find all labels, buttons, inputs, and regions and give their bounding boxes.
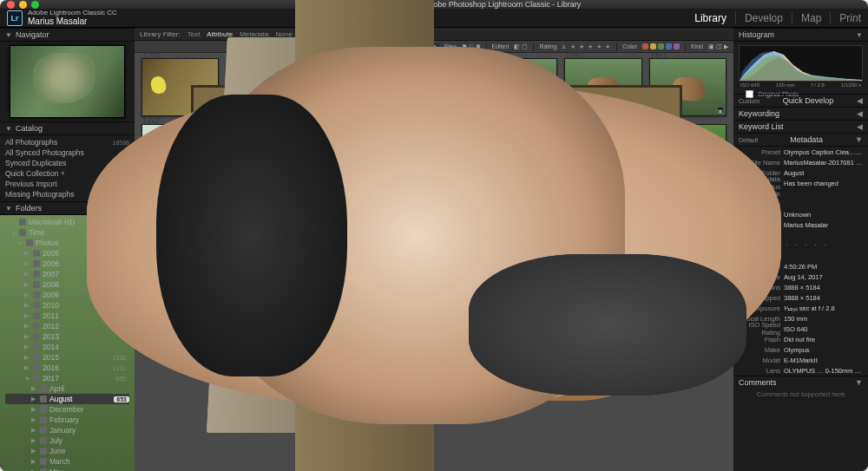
hist-sh: 1/1250 s xyxy=(841,82,861,88)
navigator-preview[interactable] xyxy=(0,42,135,121)
library-filter-label: Library Filter: xyxy=(140,30,181,38)
hist-iso: ISO 640 xyxy=(740,82,760,88)
metadata-row[interactable]: ModelE-M1MarkII xyxy=(733,355,868,365)
unedited-icon[interactable]: ▢ xyxy=(522,43,528,50)
catalog-item[interactable]: All Synced Photographs xyxy=(5,147,129,158)
module-library[interactable]: Library xyxy=(694,12,736,24)
disclosure-icon: ▼ xyxy=(5,31,12,39)
histogram-title: Histogram xyxy=(739,30,774,39)
filter-tab-text[interactable]: Text xyxy=(187,30,201,38)
zoom-icon[interactable] xyxy=(31,1,39,9)
histogram: ISO 640 150 mm f / 2.8 1/1250 s Original… xyxy=(733,42,868,94)
folder-row[interactable]: ▶20161113 xyxy=(5,363,129,373)
metadata-row[interactable]: MakeOlympus xyxy=(733,344,868,355)
rating-stars[interactable]: ★ ★ ★ ★ ★ xyxy=(570,43,611,50)
hist-fl: 150 mm xyxy=(776,82,795,88)
disclosure-icon: ▼ xyxy=(5,125,12,133)
hist-ap: f / 2.8 xyxy=(812,82,825,88)
close-icon[interactable] xyxy=(7,1,15,9)
color-green[interactable] xyxy=(658,43,664,49)
rating-op[interactable]: ≥ xyxy=(562,43,566,49)
navigator-header[interactable]: ▼ Navigator xyxy=(0,28,135,42)
module-picker: LibraryDevelopMapPrint xyxy=(694,12,861,24)
kind-master-icon[interactable]: ▣ xyxy=(708,43,714,50)
catalog-header[interactable]: ▼ Catalog xyxy=(0,121,135,135)
disclosure-icon: ▼ xyxy=(856,31,863,39)
catalog-title: Catalog xyxy=(16,124,43,133)
metadata-row[interactable]: FlashDid not fire xyxy=(733,334,868,344)
metadata-row[interactable]: ISO Speed RatingISO 640 xyxy=(733,324,868,334)
folder-row[interactable]: ▶December xyxy=(5,404,129,415)
histogram-header[interactable]: Histogram ▼ xyxy=(733,28,868,42)
kind-label: Kind xyxy=(691,43,703,49)
folder-row[interactable]: ▶August653 xyxy=(5,394,129,404)
folder-row[interactable]: ▶2013 xyxy=(5,331,129,342)
user-name: Marius Masalar xyxy=(28,16,117,26)
histogram-graph[interactable] xyxy=(739,45,863,82)
mac-titlebar: Lightroom-Classic.lrcat – Adobe Photosho… xyxy=(0,0,868,9)
edited-label: Edited xyxy=(492,43,510,49)
folder-row[interactable]: ▶January xyxy=(5,425,129,435)
folder-row[interactable]: ▶July xyxy=(5,435,129,446)
quick-develop-header[interactable]: CustomQuick Develop◀ xyxy=(733,94,868,107)
kind-video-icon[interactable]: ▶ xyxy=(724,43,728,50)
identity-plate: Lr Adobe Lightroom Classic CC Marius Mas… xyxy=(0,9,868,28)
metadata-header[interactable]: DefaultMetadata▼ xyxy=(733,133,868,146)
color-purple[interactable] xyxy=(674,43,680,49)
metadata-row[interactable]: PresetOlympus Caption Clea… ⇵ xyxy=(733,147,868,157)
color-blue[interactable] xyxy=(666,43,672,49)
keyword-list-header[interactable]: Keyword List◀ xyxy=(733,120,868,133)
module-map[interactable]: Map xyxy=(801,12,831,24)
folder-row[interactable]: ▼2017655 xyxy=(5,373,129,383)
original-checkbox[interactable] xyxy=(746,89,753,97)
library-filter-bar: Library Filter: TextAttributeMetadataNon… xyxy=(135,28,733,41)
folder-row[interactable]: ▶20151558 xyxy=(5,352,129,363)
comments-note: Comments not supported here xyxy=(757,390,845,398)
window-title: Lightroom-Classic.lrcat – Adobe Photosho… xyxy=(43,0,861,9)
module-develop[interactable]: Develop xyxy=(745,12,792,24)
window-appname: – Adobe Photoshop Lightroom Classic - Li… xyxy=(418,0,581,9)
color-label: Color xyxy=(622,43,637,49)
thumbnail-badge-icon: ▣ xyxy=(717,107,724,114)
disclosure-icon: ▼ xyxy=(5,205,12,213)
folder-row[interactable]: ▶March xyxy=(5,456,129,467)
color-red[interactable] xyxy=(642,43,648,49)
catalog-item[interactable]: All Photographs18588 xyxy=(5,137,129,147)
folder-row[interactable]: ▶May xyxy=(5,467,129,471)
identity-text: Adobe Lightroom Classic CC Marius Masala… xyxy=(28,10,117,26)
app-icon: Lr xyxy=(7,10,23,26)
kind-virtual-icon[interactable]: ◫ xyxy=(716,43,722,50)
edited-icon[interactable]: ◧ xyxy=(514,43,520,50)
navigator-title: Navigator xyxy=(16,30,49,39)
folder-row[interactable]: ▶2014 xyxy=(5,342,129,352)
folders-title: Folders xyxy=(16,204,42,213)
rating-label: Rating xyxy=(539,43,556,49)
color-yellow[interactable] xyxy=(650,43,656,49)
module-print[interactable]: Print xyxy=(839,12,861,24)
window-frame: Lightroom-Classic.lrcat – Adobe Photosho… xyxy=(0,0,868,471)
keywording-header[interactable]: Keywording◀ xyxy=(733,107,868,120)
folder-row[interactable]: ▶February xyxy=(5,415,129,425)
comments-header[interactable]: Comments▼ xyxy=(733,376,868,389)
app: Lr Adobe Lightroom Classic CC Marius Mas… xyxy=(0,9,868,471)
folder-row[interactable]: ▶April xyxy=(5,383,129,394)
product-name: Adobe Lightroom Classic CC xyxy=(28,10,117,16)
folder-row[interactable]: ▶June xyxy=(5,446,129,456)
minimize-icon[interactable] xyxy=(19,1,27,9)
metadata-row[interactable]: LensOLYMPUS … 0-150mm F2.8 xyxy=(733,365,868,376)
